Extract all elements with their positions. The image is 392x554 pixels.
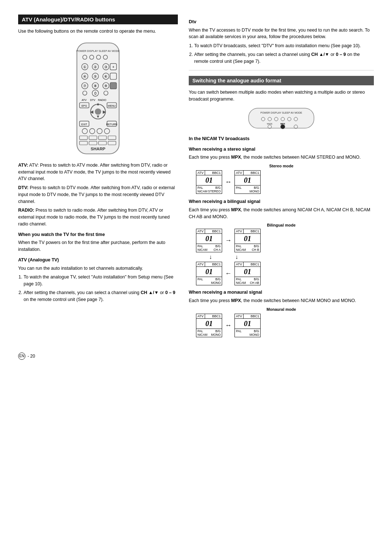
stereo-mode-label: Stereo mode [189, 164, 374, 168]
switch-intro: You can switch between multiple audio mo… [189, 89, 374, 103]
nicam-heading: In the NICAM TV broadcasts [189, 135, 374, 142]
monaural-left-display: ATV BBC1 01 PAL B/G NICAM MONO [196, 314, 222, 337]
remote-image-right: POWER DISPLAY SLEEP AV MODE WIDE MPX [189, 106, 374, 130]
remote-top-svg: POWER DISPLAY SLEEP AV MODE WIDE MPX [245, 106, 318, 130]
svg-text:0: 0 [94, 91, 97, 95]
svg-text:▲: ▲ [96, 101, 100, 106]
stereo-arrow: ↔ [225, 178, 232, 186]
svg-text:②: ② [94, 65, 97, 69]
stereo-right-display: ATV BBC1 01 PAL B/G MONO [234, 170, 261, 194]
analogue-tv-steps: To watch the analogue TV, select "Auto i… [24, 274, 178, 303]
stereo-diagram: ATV BBC1 01 PAL B/G NICAM STEREO ↔ [196, 170, 374, 194]
monaural-heading: When receiving a monaural signal [189, 289, 374, 296]
svg-text:DTV: DTV [90, 98, 95, 102]
dtv-steps: To watch DTV broadcasts, select "DTV" fr… [194, 42, 374, 65]
analogue-step-1: To watch the analogue TV, select "Auto i… [24, 274, 178, 288]
dtv-step-1: To watch DTV broadcasts, select "DTV" fr… [194, 42, 374, 49]
svg-text:+: + [112, 65, 114, 69]
svg-text:MENU: MENU [108, 104, 115, 107]
svg-text:EXIT: EXIT [81, 123, 87, 126]
bilingual-arrow-left: ← [225, 270, 232, 277]
monaural-arrow: ↔ [225, 322, 232, 329]
monaural-mode-label: Monaural mode [189, 307, 374, 311]
bilingual-bottom-right: ATV BBC1 01 PAL B/G NICAM CH AB [234, 262, 261, 285]
analogue-tv-heading: ATV (Analogue TV) [18, 257, 178, 264]
svg-text:◀: ◀ [90, 109, 94, 114]
stereo-body: Each time you press MPX, the mode switch… [189, 154, 374, 161]
svg-text:⑤: ⑤ [94, 74, 97, 78]
page-footer: EN - 20 [18, 353, 374, 360]
svg-text:▼: ▼ [96, 114, 100, 119]
bilingual-arrow-down: ↓ [209, 254, 212, 260]
switch-header-text: Switching the analogue audio format [192, 78, 281, 83]
section-divider [189, 70, 374, 70]
svg-text:RETURN: RETURN [106, 123, 117, 126]
svg-rect-27 [110, 82, 116, 89]
right-column: Dtv When the TV accesses to DTV mode for… [189, 15, 374, 342]
page-number: - 20 [28, 354, 35, 359]
remote-image-left: POWER DISPLAY SLEEP AV MODE ① ② ③ + ④ ⑤ [18, 40, 178, 156]
svg-text:①: ① [83, 65, 86, 69]
atv-header-text: ATV (Analogue)/DTV/RADIO buttons [22, 16, 115, 23]
analogue-step-2: After setting the channels, you can sele… [24, 289, 178, 303]
footer-circle: EN [18, 353, 25, 360]
dtv-intro: When the TV accesses to DTV mode for the… [189, 27, 374, 41]
svg-text:⑥: ⑥ [104, 74, 107, 78]
svg-text:POWER  DISPLAY  SLEEP  AV MODE: POWER DISPLAY SLEEP AV MODE [76, 49, 120, 53]
switch-section-header: Switching the analogue audio format [189, 76, 374, 85]
svg-text:④: ④ [83, 74, 86, 78]
svg-text:⑨: ⑨ [104, 84, 107, 88]
atv-intro: Use the following buttons on the remote … [18, 28, 178, 35]
svg-point-73 [281, 125, 285, 129]
svg-text:ATV: ATV [82, 98, 87, 102]
svg-text:POWER  DISPLAY  SLEEP  AV MODE: POWER DISPLAY SLEEP AV MODE [260, 111, 302, 114]
dtv-heading: Dtv [189, 18, 374, 25]
first-time-body: When the TV powers on for the first time… [18, 239, 178, 253]
bilingual-diagram: ATV BBC1 01 PAL B/G NICAM CH A [196, 229, 374, 285]
monaural-diagram: ATV BBC1 01 PAL B/G NICAM MONO ↔ [196, 314, 374, 337]
svg-text:WIDE: WIDE [267, 123, 273, 125]
bilingual-body: Each time you press MPX, the mode switch… [189, 207, 374, 220]
atv-section-header: ATV (Analogue)/DTV/RADIO buttons [18, 15, 178, 24]
svg-text:SHARP: SHARP [91, 146, 106, 151]
svg-text:▶: ▶ [103, 109, 106, 114]
first-time-heading: When you watch the TV for the first time [18, 231, 178, 238]
left-column: ATV (Analogue)/DTV/RADIO buttons Use the… [18, 15, 178, 342]
bilingual-bottom-left: ATV BBC1 01 PAL B/G MONO [196, 262, 222, 285]
radio-desc: RADIO: Press to switch to radio mode. Af… [18, 207, 178, 227]
atv-desc: ATV: ATV: Press to switch to ATV mode. A… [18, 162, 178, 182]
monaural-right-display: ATV BBC1 01 PAL B/G MONO [234, 314, 261, 337]
bilingual-mode-label: Bilingual mode [189, 223, 374, 227]
bilingual-arrow-up: ↓ [235, 254, 238, 260]
dtv-step-2: After setting the channels, you can sele… [194, 51, 374, 65]
remote-svg-left: POWER DISPLAY SLEEP AV MODE ① ② ③ + ④ ⑤ [69, 40, 127, 156]
svg-text:EPG: EPG [82, 104, 87, 107]
bilingual-top-left: ATV BBC1 01 PAL B/G NICAM CH A [196, 229, 222, 252]
monaural-body: Each time you press MPX, the mode switch… [189, 297, 374, 304]
bilingual-heading: When receiving a bilingual signal [189, 198, 374, 205]
bilingual-arrow-right: → [225, 237, 232, 244]
stereo-left-display: ATV BBC1 01 PAL B/G NICAM STEREO [196, 170, 222, 194]
svg-text:⑦: ⑦ [83, 84, 86, 88]
stereo-heading: When receiving a stereo signal [189, 146, 374, 153]
svg-text:⑧: ⑧ [94, 84, 97, 88]
analogue-tv-body: You can run the auto installation to set… [18, 265, 178, 272]
bilingual-top-right: ATV BBC1 01 PAL B/G NICAM CH B [234, 229, 261, 252]
svg-text:③: ③ [104, 65, 107, 69]
dtv-desc: DTV: Press to switch to DTV mode. After … [18, 184, 178, 205]
